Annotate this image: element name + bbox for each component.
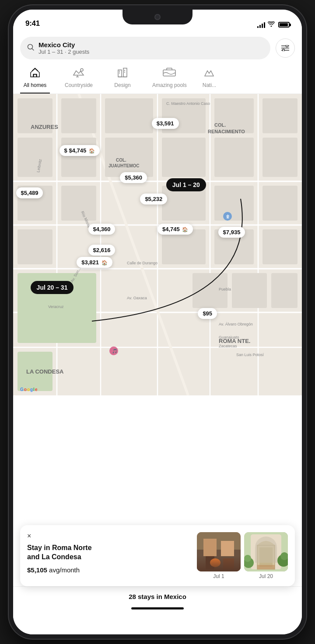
svg-rect-38 xyxy=(18,138,52,177)
svg-rect-92 xyxy=(259,547,273,567)
card-image-2 xyxy=(244,532,288,571)
svg-rect-56 xyxy=(232,273,267,308)
svg-text:San Luis Potosí: San Luis Potosí xyxy=(236,353,264,357)
all-homes-label: All homes xyxy=(24,82,47,88)
svg-rect-85 xyxy=(206,556,214,569)
price-badge-4745-top[interactable]: $ $4,745 🏠 xyxy=(60,145,100,156)
svg-rect-13 xyxy=(119,73,120,73)
svg-text:Zacatecas: Zacatecas xyxy=(219,344,237,348)
home-icon-2: 🏠 xyxy=(182,227,188,232)
svg-rect-52 xyxy=(262,229,298,264)
svg-point-87 xyxy=(210,558,220,567)
svg-text:Av. Álvaro Obregón: Av. Álvaro Obregón xyxy=(219,322,253,326)
price-badge-5232[interactable]: $5,232 xyxy=(140,194,167,204)
price-badge-4360[interactable]: $4,360 xyxy=(88,224,116,235)
price-badge-95[interactable]: $95 xyxy=(198,308,217,319)
svg-point-3 xyxy=(286,45,288,47)
amazing-pools-label: Amazing pools xyxy=(152,82,187,88)
bottom-bar: 28 stays in Mexico xyxy=(13,586,302,634)
svg-text:ROMA NTE.: ROMA NTE. xyxy=(219,338,250,344)
search-pill[interactable]: Mexico City Jul 1 – 31 · 2 guests xyxy=(20,37,270,59)
map-area[interactable]: Calle de Durango Av. Oaxaca Puebla Av. Á… xyxy=(13,94,302,395)
svg-rect-36 xyxy=(214,98,254,133)
svg-point-95 xyxy=(244,555,251,562)
tab-national-parks[interactable]: Nati... xyxy=(195,65,224,93)
signal-icon xyxy=(257,22,265,28)
stays-count: 28 stays in Mexico xyxy=(129,593,186,600)
price-badge-7935[interactable]: $7,935 xyxy=(218,227,245,238)
svg-rect-49 xyxy=(18,229,52,264)
date-badge-jul1-20[interactable]: Jul 1 – 20 xyxy=(166,178,206,191)
svg-text:Puebla: Puebla xyxy=(219,287,231,291)
svg-rect-15 xyxy=(124,72,125,73)
price-badge-4745-mid[interactable]: $4,745 🏠 xyxy=(158,224,193,235)
svg-rect-88 xyxy=(212,559,219,563)
svg-text:Veracruz: Veracruz xyxy=(48,305,64,309)
search-text: Mexico City Jul 1 – 31 · 2 guests xyxy=(38,41,89,55)
card-close-button[interactable]: × xyxy=(27,532,192,540)
wifi-icon xyxy=(268,21,275,28)
search-location: Mexico City xyxy=(38,41,89,48)
svg-rect-45 xyxy=(61,186,96,221)
tab-all-homes[interactable]: All homes xyxy=(13,65,57,93)
card-image-1 xyxy=(197,532,241,571)
bottom-card: × Stay in Roma Norteand La Condesa $5,10… xyxy=(20,525,295,586)
svg-rect-39 xyxy=(61,138,96,177)
category-tabs: All homes Countryside xyxy=(13,63,302,94)
price-badge-5360[interactable]: $5,360 xyxy=(120,172,147,183)
tab-design[interactable]: Design xyxy=(101,65,144,93)
svg-rect-37 xyxy=(262,98,298,133)
date-badge-jul20-31[interactable]: Jul 20 – 31 xyxy=(31,281,74,294)
svg-rect-48 xyxy=(262,186,298,221)
battery-icon xyxy=(278,22,290,28)
svg-rect-7 xyxy=(34,74,36,77)
tab-amazing-pools[interactable]: Amazing pools xyxy=(144,65,195,93)
card-info: × Stay in Roma Norteand La Condesa $5,10… xyxy=(27,532,192,579)
svg-rect-86 xyxy=(223,558,234,569)
countryside-label: Countryside xyxy=(65,82,93,88)
svg-text:RENACIMIENTO: RENACIMIENTO xyxy=(208,129,245,134)
card-price: $5,105 avg/month xyxy=(27,566,192,574)
svg-rect-34 xyxy=(105,98,153,133)
svg-point-6 xyxy=(283,49,285,52)
price-badge-3821[interactable]: $3,821 🏠 xyxy=(77,257,112,268)
svg-text:🗑: 🗑 xyxy=(226,214,230,219)
price-badge-5489[interactable]: $5,489 xyxy=(16,187,43,198)
card-title: Stay in Roma Norteand La Condesa xyxy=(27,544,192,562)
svg-rect-47 xyxy=(214,186,254,221)
svg-line-1 xyxy=(32,48,34,50)
notch xyxy=(122,10,192,24)
svg-rect-16 xyxy=(163,70,175,76)
filter-button[interactable] xyxy=(276,38,295,58)
search-icon xyxy=(27,44,34,52)
svg-rect-33 xyxy=(61,98,96,133)
svg-rect-97 xyxy=(257,565,275,569)
svg-text:ANZURES: ANZURES xyxy=(31,124,58,130)
svg-text:COL.: COL. xyxy=(214,122,226,128)
svg-rect-14 xyxy=(124,70,125,71)
card-date-2: Jul 20 xyxy=(259,573,273,579)
price-badge-3591[interactable]: $3,591 xyxy=(152,118,179,129)
svg-rect-84 xyxy=(221,541,234,556)
search-bar: Mexico City Jul 1 – 31 · 2 guests xyxy=(13,31,302,63)
svg-text:Calle de Durango: Calle de Durango xyxy=(127,261,158,265)
google-brand: Google xyxy=(20,387,37,392)
svg-rect-57 xyxy=(271,273,298,308)
svg-point-8 xyxy=(80,69,83,71)
svg-text:🎵: 🎵 xyxy=(112,348,118,354)
card-images: Jul 1 xyxy=(197,532,288,579)
home-icon-3: 🏠 xyxy=(102,260,108,265)
svg-text:C. Maestro Antonio Caso: C. Maestro Antonio Caso xyxy=(166,101,210,106)
card-image-2-wrap[interactable]: Jul 20 xyxy=(244,532,288,579)
phone-shell: 9:41 xyxy=(9,5,306,639)
svg-rect-43 xyxy=(262,138,298,177)
svg-rect-42 xyxy=(214,138,254,177)
svg-text:Av. Oaxaca: Av. Oaxaca xyxy=(127,296,147,300)
national-parks-icon xyxy=(204,67,214,80)
design-label: Design xyxy=(114,82,130,88)
tab-countryside[interactable]: Countryside xyxy=(57,65,101,93)
price-badge-2616[interactable]: $2,616 xyxy=(88,245,116,256)
svg-rect-41 xyxy=(162,138,206,177)
svg-text:JUAUHTEMOC: JUAUHTEMOC xyxy=(108,163,140,168)
card-image-1-wrap[interactable]: Jul 1 xyxy=(197,532,241,579)
